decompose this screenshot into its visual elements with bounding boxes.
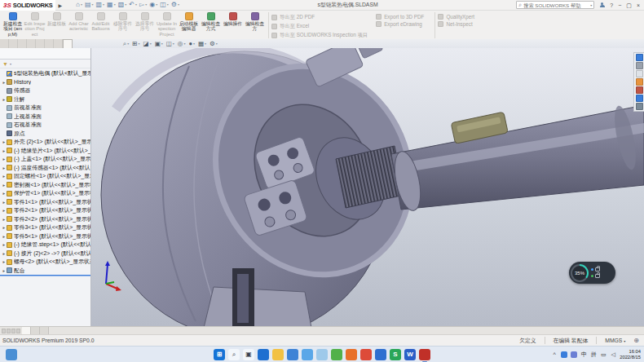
tree-item-fixing-bolt[interactable]: ▸ 固定螺栓<1> (默认<<默认>_显示状 [0,172,90,181]
tab-sketch[interactable] [18,39,27,48]
tree-filter-row[interactable]: ▼ ▾ [0,60,90,68]
tree-root-assembly[interactable]: s型铠装热电偶 (默认<默认_显示状态-1 [0,69,90,78]
orange-app-icon[interactable] [346,349,357,360]
unit-system[interactable]: MMGS ▾ [603,338,627,343]
print-icon[interactable]: ▧▾ [118,1,127,9]
wps-s-icon[interactable]: S [390,349,401,360]
view-palette-tab-icon[interactable] [636,78,643,86]
lock-blue-icon[interactable] [591,267,600,272]
design-library-tab-icon[interactable] [636,62,643,69]
tab-addins[interactable] [36,39,45,48]
export-inspection-project-item[interactable]: 导出至 SOLIDWORKS Inspection 项目 [271,32,368,39]
qualityxpert-item[interactable]: QualityXpert [438,14,474,20]
view-settings-icon[interactable]: ⚙▾ [210,40,218,48]
remove-balloons-button[interactable]: 移除零件序号 [112,11,134,39]
tab-evaluate[interactable] [27,39,36,48]
tab-mbd[interactable] [45,39,54,48]
forum-tab-icon[interactable] [636,103,643,110]
export-2d-pdf-item[interactable]: 导出至 2D PDF [271,14,368,21]
section-view-icon[interactable]: ◪▾ [143,40,152,48]
green-app-icon[interactable] [331,349,342,360]
taskbar-search-icon[interactable]: ⌕ [228,349,240,360]
tree-item-part2-2[interactable]: ▸ 零件2<2> (默认<<默认>_显示状态 [0,215,90,224]
add-characteristic-button[interactable]: Add Characteristic [68,11,90,39]
new-file-icon[interactable]: ▤▾ [85,1,94,9]
tree-item-mates[interactable]: ▸ 配合 [0,267,90,276]
login-user-icon[interactable] [599,2,605,8]
new-template-button[interactable]: 新建模板 [46,11,68,39]
save-icon[interactable]: ▦▾ [107,1,116,9]
graphics-viewport[interactable]: 35% [91,48,644,326]
solidworks-taskbar-icon[interactable] [419,349,430,360]
volume-icon[interactable]: ◁ [610,351,616,358]
resources-tab-icon[interactable] [636,54,643,61]
security-shield-icon[interactable] [571,351,577,358]
net-inspect-item[interactable]: Net-Inspect [438,21,474,27]
doc-tab-model[interactable] [22,327,31,334]
restore-button[interactable]: ▢ [626,2,632,9]
doc-tab-nav-icons[interactable] [0,327,22,334]
zoom-dial[interactable]: 35% [571,264,589,282]
hide-show-items-icon[interactable]: ◎▾ [178,40,186,48]
home-icon[interactable]: ⌂▾ [76,1,82,9]
tab-cam[interactable] [54,39,63,48]
ime-mode-indicator[interactable]: 拼 [590,351,597,359]
zoom-magnifier-widget[interactable]: 35% [569,262,615,284]
tree-item-annotations[interactable]: ▸ 注解 [0,95,90,104]
search-input[interactable] [523,2,589,8]
minimize-button[interactable]: − [618,2,621,9]
tray-app-icon[interactable] [561,351,567,358]
ime-lang-indicator[interactable]: 中 [580,351,587,359]
tab-assembly[interactable] [0,39,9,48]
tree-item-history[interactable]: ▸ History [0,78,90,87]
export-excel-item[interactable]: 导出至 Excel [271,23,368,30]
tab-layout[interactable] [9,39,18,48]
file-explorer-icon[interactable] [272,349,284,360]
task-view-icon[interactable]: ▣ [243,349,254,360]
zoom-area-icon[interactable]: ⊞▾ [132,40,139,48]
solidworks-rx-icon[interactable]: ◉▾ [149,1,157,9]
tree-item-part2-1[interactable]: ▸ 零件2<1> (默认<<默认>_显示状态 [0,206,90,215]
widgets-icon[interactable] [6,349,17,360]
tree-item-shell[interactable]: ▸ 外壳 (2)<1> (默认<<默认>_显示状 [0,138,90,147]
edit-inspection-button[interactable]: 编辑检查方 [244,11,266,39]
tree-item-temp-sensor[interactable]: ▸ (-) 温度传感器<1> (默认<<默认>_ [0,164,90,173]
tree-item-part3[interactable]: ▸ 零件3<1> (默认<<默认>_显示状态 [0,223,90,232]
edit-operation-button[interactable]: 编辑操作 [222,11,244,39]
menu-flyout-arrow-icon[interactable]: ▶ [55,2,64,8]
edge-icon[interactable] [258,349,269,360]
tree-item-top-plane[interactable]: 上视基准面 [0,113,90,121]
tree-item-insulating-tube[interactable]: ▸ (-) 绝缘管.step<1> (默认<<默认> [0,241,90,249]
custom-properties-tab-icon[interactable] [636,95,643,102]
tree-item-origin[interactable]: 原点 [0,130,90,139]
chrome-icon[interactable] [360,349,372,360]
edit-inspection-project-button[interactable]: Edit Inspection Project [24,11,46,39]
onedrive-icon[interactable] [316,349,328,360]
tree-item-protect-tube[interactable]: ▸ 保护管<1> (默认<<默认>_显示状 [0,189,90,198]
add-edit-balloons-button[interactable]: Add/Edit Balloons [90,11,112,39]
select-balloons-button[interactable]: 选择零件序号 [134,11,156,39]
tree-item-sensors[interactable]: 传感器 [0,86,90,95]
tree-item-front-plane[interactable]: 前视基准面 [0,104,90,113]
doc-tab-motion[interactable] [40,327,49,334]
help-search-box[interactable]: ⌕ ▾ [516,1,594,9]
select-icon[interactable]: ▻▾ [139,1,147,9]
display-pane-icon[interactable]: ◫▾ [160,1,169,9]
tray-chevron-icon[interactable]: ^ [551,351,558,357]
edit-inspection-method-button[interactable]: 编辑检查方式 [200,11,222,39]
help-button[interactable]: ? [610,2,613,9]
blue-app-icon[interactable] [375,349,386,360]
tree-item-seal-ring[interactable]: ▸ 密封圈<1> (默认<<默认>_显示状态 [0,181,90,190]
export-edrawing-item[interactable]: Export eDrawing [376,21,424,27]
cast-display-icon[interactable]: ▭ [600,351,607,358]
tree-item-top-cover[interactable]: ▸ (-) 上盖<1> (默认<<默认>_显示状 [0,155,90,164]
doc-tab-3dviews[interactable] [31,327,40,334]
view-orientation-icon[interactable]: ▣▾ [155,40,163,48]
taskbar-clock[interactable]: 16:04 2022/8/15 [620,349,641,360]
edit-appearance-icon[interactable]: ●▾ [188,40,195,48]
update-inspection-project-button[interactable]: Update Inspection Project [156,11,178,39]
close-button[interactable]: × [637,2,640,9]
tree-item-tab-piece[interactable]: ▸ (-) 接片 (2)<2> ->? (默认<<默认> [0,249,90,258]
globe-icon[interactable]: ⊕ [633,337,639,344]
apply-scene-icon[interactable]: ▦▾ [198,40,206,48]
